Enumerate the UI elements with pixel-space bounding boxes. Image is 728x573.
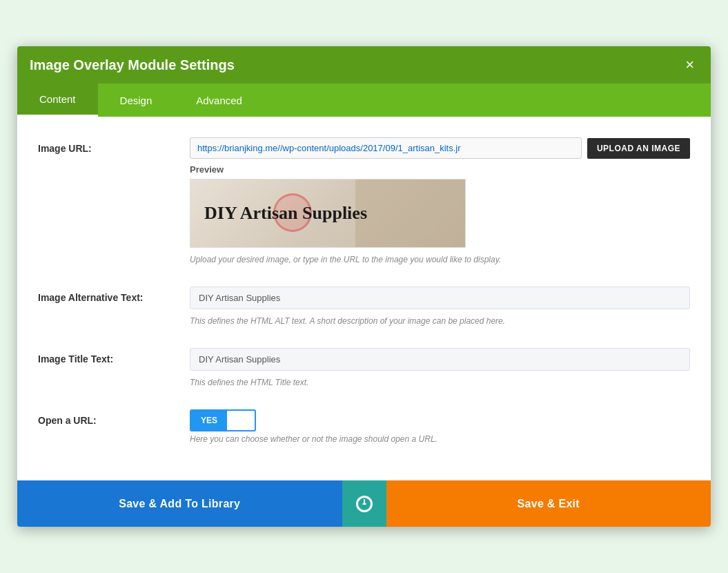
upload-image-button[interactable]: UPLOAD AN IMAGE (587, 138, 690, 159)
modal-title: Image Overlay Module Settings (30, 57, 235, 73)
title-text-label: Image Title Text: (38, 348, 190, 365)
tab-content[interactable]: Content (17, 84, 98, 117)
clock-icon (356, 496, 373, 512)
image-preview: DIY Artisan Supplies (190, 179, 466, 248)
alt-text-field-row: Image Alternative Text: This defines the… (38, 286, 690, 326)
title-text-field-row: Image Title Text: This defines the HTML … (38, 348, 690, 387)
title-text-helper: This defines the HTML Title text. (190, 378, 690, 387)
tab-bar: Content Design Advanced (17, 84, 711, 117)
toggle-no-button[interactable] (227, 416, 255, 425)
image-url-input[interactable] (190, 137, 582, 159)
open-url-label: Open a URL: (38, 409, 190, 426)
alt-text-helper: This defines the HTML ALT text. A short … (190, 316, 690, 326)
preview-label: Preview (190, 164, 690, 175)
open-url-helper: Here you can choose whether or not the i… (190, 434, 690, 444)
image-url-field-row: Image URL: UPLOAD AN IMAGE Preview DIY A… (38, 137, 690, 264)
alt-text-input[interactable] (190, 286, 690, 309)
save-exit-button[interactable]: Save & Exit (386, 480, 711, 527)
toggle-yes-button[interactable]: YES (191, 411, 227, 430)
alt-text-content: This defines the HTML ALT text. A short … (190, 286, 690, 326)
image-url-label: Image URL: (38, 137, 190, 154)
close-button[interactable]: × (681, 56, 698, 74)
preview-image-text: DIY Artisan Supplies (204, 203, 367, 224)
url-input-row: UPLOAD AN IMAGE (190, 137, 690, 159)
alt-text-label: Image Alternative Text: (38, 286, 190, 303)
title-text-input[interactable] (190, 348, 690, 371)
title-text-content: This defines the HTML Title text. (190, 348, 690, 387)
open-url-field-row: Open a URL: YES Here you can choose whet… (38, 409, 690, 444)
modal-container: Image Overlay Module Settings × Content … (17, 46, 711, 527)
open-url-content: YES Here you can choose whether or not t… (190, 409, 690, 444)
tab-design[interactable]: Design (98, 84, 175, 117)
url-toggle-group: YES (190, 409, 256, 431)
tab-advanced[interactable]: Advanced (174, 84, 264, 117)
modal-footer: Save & Add To Library Save & Exit (17, 480, 711, 527)
history-button[interactable] (342, 480, 386, 527)
modal-body: Image URL: UPLOAD AN IMAGE Preview DIY A… (17, 117, 711, 480)
image-url-content: UPLOAD AN IMAGE Preview DIY Artisan Supp… (190, 137, 690, 264)
modal-header: Image Overlay Module Settings × (17, 46, 711, 84)
image-url-helper: Upload your desired image, or type in th… (190, 255, 690, 264)
save-add-to-library-button[interactable]: Save & Add To Library (17, 480, 342, 527)
